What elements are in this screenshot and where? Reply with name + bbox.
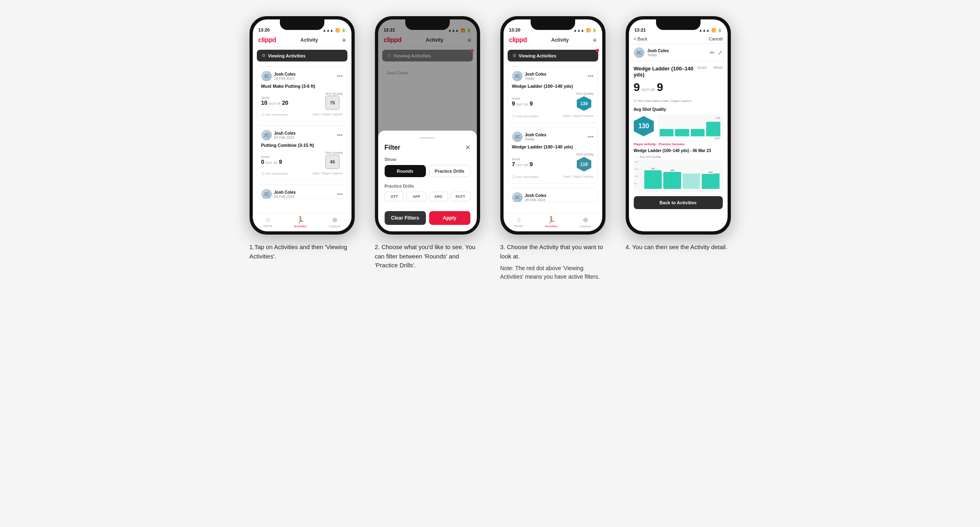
- phone4-title-row: Wedge Ladder (100–140 yds) Score Shots: [634, 66, 723, 78]
- phone1-card1-score-group: Score 10 OUT OF 20: [261, 96, 288, 106]
- phone1-card2-stats: Score 0 OUT OF 9 Shot Quality: [261, 151, 343, 169]
- phone3-note: Note: The red dot above 'Viewing Activit…: [500, 264, 605, 281]
- phone1-card-1[interactable]: JC Josh Coles 28 Feb 2023 ••• Must Make …: [257, 66, 347, 121]
- phone1-card2-name: Josh Coles: [274, 131, 296, 135]
- phone1-card2-quality: 45: [325, 155, 340, 169]
- phone1-notch: [280, 19, 324, 30]
- phone1-card2-footer: ⓘ Test Information Data: Clippd Capture: [261, 171, 343, 176]
- phone4: 13:21 ▲▲▲ 📶 🔋 < Back Cancel JC: [626, 16, 731, 235]
- phone2-modal-actions: Clear Filters Apply: [385, 211, 470, 225]
- phone4-expand-icon[interactable]: ⤢: [718, 49, 723, 56]
- phone4-activity-title: Wedge Ladder (100–140 yds): [634, 66, 697, 78]
- phone4-user-info: JC Josh Coles Today: [634, 47, 669, 58]
- phone3-time: 13:20: [509, 28, 521, 32]
- phone4-test-info: ⓘ Test Information Data: Clippd Capture: [634, 99, 723, 103]
- phone1-card3-userinfo: Josh Coles 28 Feb 2023: [274, 190, 296, 199]
- phone1-card1-score: 10: [261, 99, 268, 106]
- activities-icon: 🏃: [296, 216, 305, 224]
- phone1-nav-home[interactable]: ⌂ Home: [264, 216, 272, 228]
- phone2-drill-putt[interactable]: PUTT: [451, 192, 470, 201]
- phone1-menu-icon[interactable]: ≡: [342, 37, 345, 43]
- phone3-card-1[interactable]: JC Josh Coles Today ••• Wedge Ladder (10…: [508, 66, 598, 123]
- phone1-card-3[interactable]: JC Josh Coles 28 Feb 2023 •••: [257, 184, 347, 199]
- phone2-filter-title: Filter: [385, 144, 400, 151]
- phone1-nav-activities-label: Activities: [294, 224, 307, 228]
- phone4-back-to-activities[interactable]: Back to Activities: [634, 196, 723, 209]
- phone2-close-icon[interactable]: ✕: [465, 144, 470, 151]
- phone1-viewing-activities-bar[interactable]: ⚙ Viewing Activities: [257, 50, 347, 61]
- phone1-card1-quality: 75: [325, 95, 340, 110]
- phone1-bottom-nav: ⌂ Home 🏃 Activities ⊕ Capture: [253, 213, 351, 231]
- phone3-card1-user: JC Josh Coles Today: [512, 71, 546, 81]
- phone1-card1-dots[interactable]: •••: [337, 73, 343, 79]
- phone1-card1-date: 28 Feb 2023: [274, 76, 296, 80]
- phone3-nav-activities[interactable]: 🏃 Activities: [545, 216, 558, 228]
- phone1-card1-user: JC Josh Coles 28 Feb 2023: [261, 71, 296, 81]
- phone3-bottom-nav: ⌂ Home 🏃 Activities ⊕ Capture: [504, 213, 602, 231]
- phone1-nav-capture-label: Capture: [329, 224, 340, 228]
- phone4-bar-chart-section: Wedge Ladder (100–140 yds) - 06 Mar 23 →…: [634, 148, 723, 192]
- phone3-header-title: Activity: [551, 37, 569, 43]
- phone4-screen: 13:21 ▲▲▲ 📶 🔋 < Back Cancel JC: [629, 19, 728, 231]
- phone1-card1-footer: ⓘ Test Information Data: Clippd Capture: [261, 112, 343, 117]
- phone1-card3-avatar: JC: [261, 189, 272, 199]
- phone2-practice-drills-label: Practice Drills: [385, 184, 470, 188]
- phone4-user-name: Josh Coles: [648, 49, 669, 53]
- phone3-nav-home[interactable]: ⌂ Home: [514, 216, 523, 228]
- phone2-modal-handle: [420, 137, 435, 139]
- phone2-rounds-btn[interactable]: Rounds: [385, 165, 426, 177]
- phone1-card1-avatar: JC: [261, 71, 272, 81]
- phone1-nav-capture[interactable]: ⊕ Capture: [329, 216, 340, 228]
- phone2-apply-btn[interactable]: Apply: [429, 211, 470, 225]
- capture-icon: ⊕: [332, 216, 337, 224]
- phone1-card1-header: JC Josh Coles 28 Feb 2023 •••: [261, 71, 343, 81]
- phone2: 13:21 ▲▲▲ 📶 🔋 clippd Activity ≡ ⚙ Viewin…: [375, 16, 480, 235]
- phone4-avg-shot-section: Avg Shot Quality 130 130: [634, 107, 723, 138]
- phone1: 13:20 ▲▲▲ 📶 🔋 clippd Activity ≡ ⚙ Viewin…: [250, 16, 355, 235]
- phone3-scroll-area: JC Josh Coles Today ••• Wedge Ladder (10…: [504, 65, 602, 213]
- phone2-clear-btn[interactable]: Clear Filters: [385, 211, 426, 225]
- home-icon: ⌂: [266, 216, 270, 223]
- phone2-drill-arg[interactable]: ARG: [429, 192, 449, 201]
- phone4-notch: [656, 19, 701, 30]
- phone1-card1-name: Josh Coles: [274, 72, 296, 76]
- phone3-card1-header: JC Josh Coles Today •••: [512, 71, 594, 81]
- phone4-user-actions: ✏ ⤢: [710, 49, 723, 56]
- phone3-card1-quality: 130: [576, 95, 592, 112]
- phone1-app-header: clippd Activity ≡: [253, 34, 351, 47]
- phone1-scroll-area: JC Josh Coles 28 Feb 2023 ••• Must Make …: [253, 65, 351, 213]
- phone1-card-2[interactable]: JC Josh Coles 28 Feb 2023 ••• Putting Co…: [257, 125, 347, 180]
- phone1-card2-avatar: JC: [261, 130, 272, 140]
- phone4-container: 13:21 ▲▲▲ 📶 🔋 < Back Cancel JC: [622, 16, 735, 252]
- phone2-screen: 13:21 ▲▲▲ 📶 🔋 clippd Activity ≡ ⚙ Viewin…: [378, 19, 477, 231]
- phone3-viewing-activities-bar[interactable]: ⚙ Viewing Activities: [508, 50, 598, 61]
- phone4-user-date: Today: [648, 53, 669, 57]
- phone1-card1-quality-group: Shot Quality 75: [325, 92, 343, 110]
- phone3-card-2[interactable]: JC Josh Coles Today ••• Wedge Ladder (10…: [508, 127, 598, 184]
- phone3-card-3[interactable]: JC Josh Coles 28 Feb 2023: [508, 188, 598, 202]
- phone2-drills-row: OTT APP ARG PUTT: [385, 192, 470, 201]
- phone4-shots: 9: [657, 81, 663, 94]
- phone3-nav-capture[interactable]: ⊕ Capture: [580, 216, 591, 228]
- phone4-user-row: JC Josh Coles Today ✏ ⤢: [629, 44, 728, 61]
- phone2-container: 13:21 ▲▲▲ 📶 🔋 clippd Activity ≡ ⚙ Viewin…: [371, 16, 484, 270]
- phone1-caption: 1.Tap on Activities and then 'Viewing Ac…: [250, 243, 355, 261]
- phone3-menu-icon[interactable]: ≡: [593, 37, 596, 43]
- phone2-drill-ott[interactable]: OTT: [385, 192, 404, 201]
- phone4-back-btn[interactable]: < Back: [634, 36, 648, 41]
- phone1-container: 13:20 ▲▲▲ 📶 🔋 clippd Activity ≡ ⚙ Viewin…: [246, 16, 359, 261]
- phone1-time: 13:20: [258, 28, 270, 32]
- phone1-card2-quality-group: Shot Quality 45: [325, 151, 343, 169]
- phone4-edit-icon[interactable]: ✏: [710, 49, 715, 56]
- phone4-cancel-btn[interactable]: Cancel: [709, 36, 722, 41]
- phone4-player-activity: Player Activity › Practice Session: [634, 142, 723, 146]
- phone2-drill-app[interactable]: APP: [406, 192, 426, 201]
- phone1-status-icons: ▲▲▲ 📶 🔋: [323, 28, 346, 32]
- phone1-logo: clippd: [258, 36, 276, 44]
- phone1-card2-dots[interactable]: •••: [337, 132, 343, 138]
- phone1-card1-shots: 20: [282, 99, 288, 106]
- phone2-drills-btn[interactable]: Practice Drills: [429, 165, 470, 177]
- phones-row: 13:20 ▲▲▲ 📶 🔋 clippd Activity ≡ ⚙ Viewin…: [246, 16, 735, 281]
- phone1-card3-user: JC Josh Coles 28 Feb 2023: [261, 189, 296, 199]
- phone1-nav-activities[interactable]: 🏃 Activities: [294, 216, 307, 228]
